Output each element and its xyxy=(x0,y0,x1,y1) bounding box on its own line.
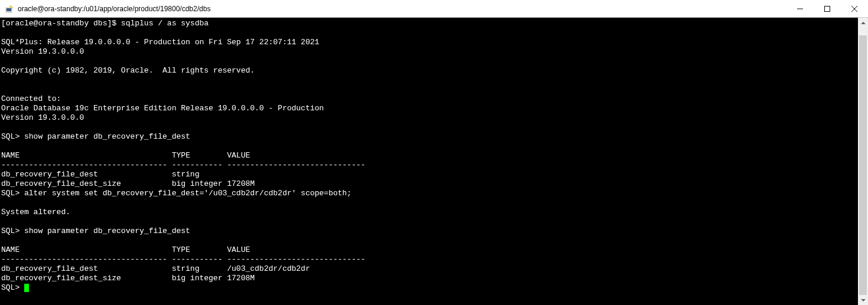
putty-icon xyxy=(5,4,14,14)
terminal-cursor xyxy=(24,284,29,292)
vertical-scrollbar[interactable] xyxy=(858,18,868,305)
scrollbar-thumb[interactable] xyxy=(859,35,867,295)
maximize-button[interactable] xyxy=(814,0,841,17)
scrollbar-down-button[interactable] xyxy=(858,295,868,305)
scrollbar-up-button[interactable] xyxy=(858,18,868,28)
terminal-output[interactable]: [oracle@ora-standby dbs]$ sqlplus / as s… xyxy=(0,18,858,305)
titlebar[interactable]: oracle@ora-standby:/u01/app/oracle/produ… xyxy=(0,0,868,18)
content-area: [oracle@ora-standby dbs]$ sqlplus / as s… xyxy=(0,18,868,305)
window-controls xyxy=(786,0,868,17)
window-title: oracle@ora-standby:/u01/app/oracle/produ… xyxy=(18,5,786,13)
svg-rect-1 xyxy=(6,8,11,11)
minimize-button[interactable] xyxy=(786,0,814,17)
svg-rect-3 xyxy=(825,6,830,11)
close-button[interactable] xyxy=(841,0,868,17)
